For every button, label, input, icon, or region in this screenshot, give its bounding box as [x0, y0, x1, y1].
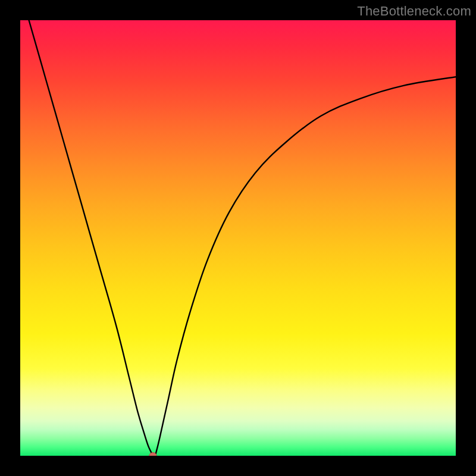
- bottleneck-curve: [20, 20, 456, 456]
- marker-dot: [149, 453, 156, 456]
- chart-frame: TheBottleneck.com: [0, 0, 476, 476]
- min-point-marker: [147, 450, 159, 456]
- watermark-text: TheBottleneck.com: [357, 4, 471, 19]
- plot-area: [20, 20, 456, 456]
- curve-path: [29, 20, 456, 456]
